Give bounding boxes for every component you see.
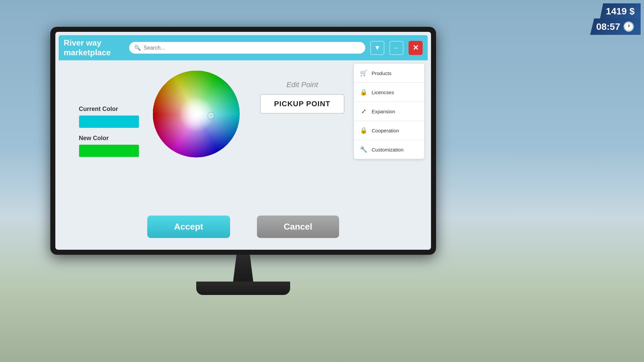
stand-base — [196, 282, 290, 295]
close-button[interactable]: ✕ — [409, 41, 423, 55]
color-wheel[interactable] — [153, 70, 240, 158]
menu-label-cooperation: Cooperation — [372, 128, 399, 133]
dialog-header: River way marketplace 🔍 ▼ ← ✕ — [59, 35, 428, 60]
color-wheel-container[interactable] — [153, 70, 240, 158]
back-button[interactable]: ← — [389, 41, 404, 55]
products-icon: 🛒 — [359, 68, 368, 78]
color-wheel-canvas[interactable] — [153, 70, 240, 158]
monitor: River way marketplace 🔍 ▼ ← ✕ Current Co… — [50, 27, 436, 255]
current-color-swatch — [79, 115, 139, 128]
search-input[interactable] — [144, 45, 360, 51]
menu-item-products[interactable]: 🛒 Products — [354, 64, 424, 83]
hud-time-value: 08:57 — [596, 21, 620, 32]
hud-time: 08:57 🕐 — [590, 18, 641, 35]
dropdown-button[interactable]: ▼ — [370, 41, 384, 55]
dialog-title: River way marketplace — [64, 38, 124, 58]
expansion-icon: ⤢ — [359, 107, 368, 116]
menu-label-customization: Customization — [372, 147, 404, 153]
side-menu: 🛒 Products 🔒 Licencses ⤢ Expansion 🔒 Coo… — [354, 64, 424, 159]
menu-label-products: Products — [372, 70, 391, 76]
menu-item-expansion[interactable]: ⤢ Expansion — [354, 102, 424, 121]
licencses-icon: 🔒 — [359, 87, 368, 97]
dialog-content: Current Color New Color Edit Point PICKU… — [59, 60, 428, 209]
edit-point-section: Edit Point PICKUP POINT — [260, 80, 344, 114]
menu-item-cooperation[interactable]: 🔒 Cooperation — [354, 121, 424, 140]
menu-item-customization[interactable]: 🔧 Customization — [354, 140, 424, 159]
hud-money: 1419 $ — [600, 3, 641, 19]
search-bar[interactable]: 🔍 — [129, 42, 365, 54]
stand-neck — [226, 255, 260, 282]
marketplace-dialog: River way marketplace 🔍 ▼ ← ✕ Current Co… — [59, 35, 428, 246]
cancel-button[interactable]: Cancel — [257, 216, 339, 238]
menu-label-expansion: Expansion — [372, 109, 395, 114]
pickup-point-button[interactable]: PICKUP POINT — [260, 94, 344, 114]
monitor-stand — [50, 255, 436, 295]
edit-point-label: Edit Point — [286, 80, 318, 89]
customization-icon: 🔧 — [359, 145, 368, 154]
new-color-swatch — [79, 144, 139, 157]
clock-icon: 🕐 — [623, 21, 635, 32]
menu-label-licencses: Licencses — [372, 89, 394, 95]
monitor-screen: River way marketplace 🔍 ▼ ← ✕ Current Co… — [55, 32, 431, 250]
menu-item-licencses[interactable]: 🔒 Licencses — [354, 83, 424, 102]
accept-button[interactable]: Accept — [147, 216, 230, 238]
cooperation-icon: 🔒 — [359, 126, 368, 135]
dialog-footer: Accept Cancel — [59, 209, 428, 246]
current-color-label: Current Color — [79, 106, 118, 113]
new-color-label: New Color — [79, 135, 109, 142]
search-icon: 🔍 — [134, 45, 141, 51]
